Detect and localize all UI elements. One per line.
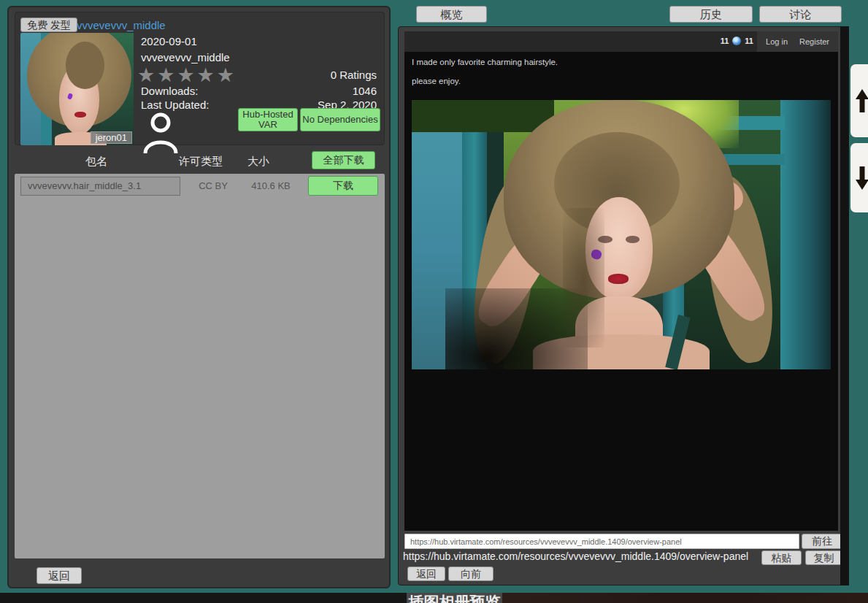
auth-links: Log in Register — [757, 31, 838, 52]
background-window-strip: 插图相册预览 — [0, 593, 868, 603]
author-label: jeron01 — [91, 131, 132, 144]
arrow-up-icon — [855, 88, 868, 113]
last-updated-label: Last Updated: — [141, 99, 209, 111]
url-input[interactable] — [404, 534, 799, 549]
downloads-label: Downloads: — [141, 85, 198, 97]
url-display-text: https://hub.virtamate.com/resources/vvve… — [403, 550, 748, 562]
rating-stars[interactable]: ★★★★★ — [137, 64, 237, 87]
package-list: vvvevevvv.hair_middle_3.1 CC BY 410.6 KB… — [15, 174, 385, 558]
download-all-button[interactable]: 全部下载 — [312, 151, 375, 169]
scroll-down-button[interactable] — [850, 143, 868, 212]
login-link[interactable]: Log in — [766, 37, 788, 46]
ratings-count: 0 Ratings — [331, 69, 377, 81]
description-line-2: please enjoy. — [412, 77, 461, 85]
hub-browser-panel: 11 11 Log in Register I made only favori… — [398, 26, 843, 585]
tab-discussion[interactable]: 讨论 — [759, 6, 842, 23]
no-dependencies-badge: No Dependencies — [300, 108, 380, 131]
description-line-1: I made only favorite charming hairstyle. — [412, 58, 558, 66]
resource-thumbnail: jeron01 — [20, 33, 134, 145]
hub-hosted-badge: Hub-Hosted VAR — [238, 108, 298, 131]
web-page-view: 11 11 Log in Register I made only favori… — [404, 31, 838, 531]
package-row: vvvevevvv.hair_middle_3.1 CC BY 410.6 KB… — [15, 176, 385, 196]
arrow-down-icon — [855, 166, 868, 191]
site-header-bar: 11 11 Log in Register — [404, 31, 838, 52]
resource-title-link[interactable]: vvvevevvv_middle — [77, 19, 166, 31]
reaction-count-right: 11 — [745, 37, 753, 45]
column-header-license: 许可类型 — [164, 155, 237, 169]
downloads-value: 1046 — [353, 85, 377, 97]
package-name-cell[interactable]: vvvevevvv.hair_middle_3.1 — [20, 177, 180, 196]
resource-detail-panel: 免费 发型 vvvevevvv_middle jeron01 2020-09-0… — [7, 6, 391, 588]
reaction-counter: 11 11 — [721, 37, 753, 45]
register-link[interactable]: Register — [799, 37, 829, 46]
background-window-tab[interactable]: 插图相册预览 — [407, 593, 502, 603]
lips-art — [608, 274, 629, 284]
column-header-package: 包名 — [60, 155, 133, 169]
column-header-size: 大小 — [229, 155, 288, 169]
panel-edge-shadow — [840, 26, 849, 585]
creator-avatar-icon — [142, 111, 179, 153]
category-badge: 免费 发型 — [20, 18, 77, 32]
reaction-icon — [732, 37, 741, 45]
tab-history[interactable]: 历史 — [669, 6, 753, 23]
background-window-fill — [502, 593, 868, 603]
background-tab-label: 插图相册预览 — [409, 594, 501, 603]
panel-back-button[interactable]: 返回 — [37, 567, 82, 584]
resource-date: 2020-09-01 — [141, 35, 197, 47]
paste-button[interactable]: 粘贴 — [761, 550, 802, 565]
resource-hero-image — [412, 100, 831, 369]
scroll-up-button[interactable] — [850, 64, 868, 137]
resource-info-card: 免费 发型 vvvevevvv_middle jeron01 2020-09-0… — [15, 12, 385, 145]
download-button[interactable]: 下载 — [308, 176, 378, 196]
package-license: CC BY — [190, 180, 237, 191]
copy-button[interactable]: 复制 — [805, 550, 842, 565]
package-size: 410.6 KB — [245, 180, 297, 191]
go-button[interactable]: 前往 — [802, 534, 842, 549]
tab-overview[interactable]: 概览 — [416, 6, 487, 23]
reaction-count-left: 11 — [721, 37, 729, 45]
browser-forward-button[interactable]: 向前 — [448, 566, 493, 581]
browser-back-button[interactable]: 返回 — [407, 566, 445, 581]
resource-name: vvvevevvv_middle — [141, 51, 230, 64]
